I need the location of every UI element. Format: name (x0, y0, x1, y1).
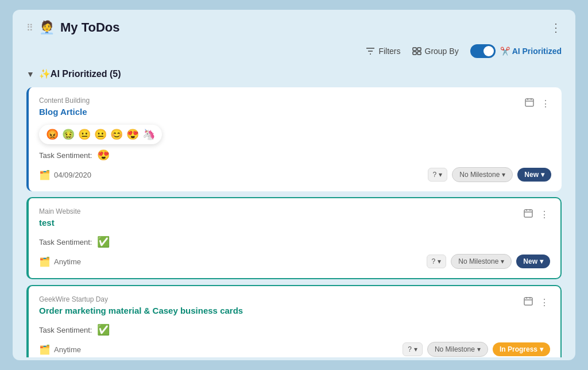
task-date: 🗂️ 04/09/2020 (39, 169, 91, 180)
task-meta: Main Website (39, 207, 80, 215)
ai-toggle-container: ✂️ AI Prioritized (470, 44, 562, 58)
task-card-header: Main Website test ⋮ (39, 207, 550, 233)
briefcase-icon: 🗂️ (39, 256, 51, 267)
emoji-2[interactable]: 🤢 (62, 128, 75, 141)
ai-prioritized-toggle[interactable] (470, 44, 496, 58)
status-chevron: ▾ (541, 171, 544, 179)
emoji-4[interactable]: 😐 (94, 128, 107, 141)
milestone-chevron: ▾ (502, 171, 505, 179)
sentiment-row: Task Sentiment: ✅ (39, 323, 550, 336)
milestone-button[interactable]: No Milestone ▾ (451, 254, 512, 269)
ai-scissors-icon: ✂️ (500, 47, 510, 56)
task-left: Content Building Blog Article (39, 97, 90, 122)
svg-rect-6 (524, 298, 532, 305)
svg-rect-2 (413, 52, 416, 55)
sentiment-emoji: ✅ (97, 323, 110, 336)
svg-rect-1 (417, 48, 421, 51)
filters-label: Filters (378, 47, 400, 56)
emoji-3[interactable]: 😐 (78, 128, 91, 141)
svg-rect-5 (524, 210, 532, 217)
status-button[interactable]: New ▾ (517, 168, 551, 182)
ai-prioritized-label: ✂️ AI Prioritized (500, 47, 562, 56)
priority-chevron: ▾ (414, 345, 417, 353)
task-card-actions: ⋮ (523, 295, 550, 309)
filters-button[interactable]: Filters (366, 47, 400, 56)
sentiment-label: Task Sentiment: (39, 326, 92, 334)
task-title[interactable]: Order marketing material & Casey busines… (39, 306, 243, 315)
calendar-icon (524, 209, 533, 218)
sentiment-emoji: ✅ (97, 236, 110, 248)
task-calendar-button[interactable] (524, 97, 535, 110)
milestone-button[interactable]: No Milestone ▾ (452, 167, 513, 182)
task-footer: 🗂️ 04/09/2020 ? ▾ No Milestone ▾ New ▾ (39, 167, 551, 182)
task-card: Main Website test ⋮ Task Sentiment: ✅ (26, 197, 562, 279)
task-card-header: Content Building Blog Article ⋮ (39, 97, 551, 122)
priority-button[interactable]: ? ▾ (403, 342, 423, 356)
svg-rect-4 (525, 99, 533, 106)
task-footer-right: ? ▾ No Milestone ▾ New ▾ (427, 254, 550, 269)
milestone-chevron: ▾ (477, 345, 481, 353)
group-by-icon (412, 47, 421, 56)
emoji-popup-container: 😡 🤢 😐 😐 😊 😍 🦄 (39, 125, 551, 144)
task-meta: Content Building (39, 97, 90, 105)
group-by-button[interactable]: Group By (412, 47, 459, 56)
header-row: ⠿ 🧑‍💼 My ToDos ⋮ (26, 20, 562, 35)
app-icon: 🧑‍💼 (39, 20, 55, 35)
task-more-button[interactable]: ⋮ (539, 296, 550, 309)
task-footer: 🗂️ Anytime ? ▾ No Milestone ▾ In Progres… (39, 342, 550, 357)
task-calendar-button[interactable] (523, 207, 534, 221)
emoji-6[interactable]: 😍 (126, 128, 139, 141)
task-card-actions: ⋮ (523, 207, 550, 221)
task-date-text: Anytime (54, 345, 81, 354)
status-button[interactable]: In Progress ▾ (493, 342, 550, 356)
sentiment-row: Task Sentiment: ✅ (39, 236, 550, 248)
svg-rect-0 (413, 48, 416, 51)
calendar-icon (525, 98, 534, 107)
task-left: Main Website test (39, 207, 80, 233)
task-date-text: 04/09/2020 (54, 171, 91, 179)
task-footer-right: ? ▾ No Milestone ▾ New ▾ (428, 167, 551, 182)
task-card: GeekWire Startup Day Order marketing mat… (26, 285, 562, 357)
app-container: ⠿ 🧑‍💼 My ToDos ⋮ Filters Group By ✂ (13, 10, 575, 360)
calendar-icon (524, 296, 533, 306)
task-footer-right: ? ▾ No Milestone ▾ In Progress ▾ (403, 342, 550, 357)
filter-icon (366, 47, 375, 56)
emoji-7[interactable]: 🦄 (142, 128, 155, 141)
drag-icon[interactable]: ⠿ (26, 22, 33, 33)
priority-button[interactable]: ? ▾ (428, 168, 448, 182)
task-card: Content Building Blog Article ⋮ 😡 (26, 87, 562, 191)
milestone-chevron: ▾ (501, 257, 504, 265)
briefcase-icon: 🗂️ (39, 169, 51, 180)
header-more-button[interactable]: ⋮ (550, 21, 562, 34)
sentiment-label: Task Sentiment: (39, 151, 92, 160)
sentiment-row: Task Sentiment: 😍 (39, 149, 551, 161)
priority-button[interactable]: ? ▾ (427, 255, 447, 268)
priority-chevron: ▾ (439, 171, 442, 179)
milestone-button[interactable]: No Milestone ▾ (427, 342, 488, 357)
emoji-1[interactable]: 😡 (46, 128, 59, 141)
task-date: 🗂️ Anytime (39, 344, 81, 355)
task-calendar-button[interactable] (523, 295, 534, 309)
task-title[interactable]: Blog Article (39, 107, 90, 117)
task-more-button[interactable]: ⋮ (539, 208, 550, 221)
toolbar-row: Filters Group By ✂️ AI Prioritized (26, 44, 562, 58)
section-chevron[interactable]: ▼ (26, 70, 34, 79)
task-more-button[interactable]: ⋮ (540, 97, 551, 110)
priority-chevron: ▾ (438, 257, 441, 265)
briefcase-icon: 🗂️ (39, 344, 51, 355)
task-title[interactable]: test (39, 218, 80, 228)
status-button[interactable]: New ▾ (516, 255, 550, 268)
task-meta: GeekWire Startup Day (39, 295, 243, 303)
group-by-label: Group By (425, 47, 459, 56)
status-chevron: ▾ (540, 257, 543, 265)
sentiment-emoji: 😍 (97, 149, 110, 161)
task-footer: 🗂️ Anytime ? ▾ No Milestone ▾ New ▾ (39, 254, 550, 269)
cards-container: Content Building Blog Article ⋮ 😡 (26, 87, 562, 357)
page-title: My ToDos (60, 20, 119, 35)
svg-rect-3 (417, 52, 421, 55)
emoji-popup: 😡 🤢 😐 😐 😊 😍 🦄 (39, 125, 162, 144)
section-title: ✨AI Prioritized (5) (39, 68, 121, 79)
emoji-5[interactable]: 😊 (110, 128, 123, 141)
task-date: 🗂️ Anytime (39, 256, 81, 267)
task-date-text: Anytime (54, 257, 81, 266)
